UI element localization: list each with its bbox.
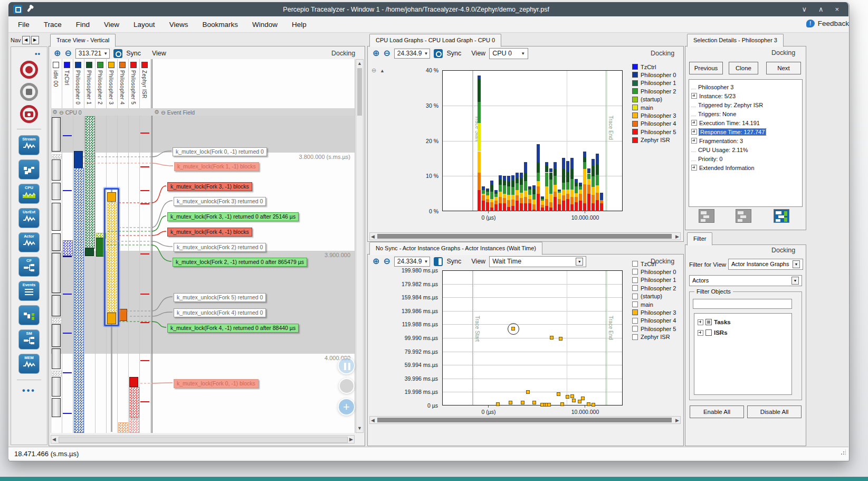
- column-swatch-philosopher-4[interactable]: [119, 62, 126, 68]
- cpu-load-bar-segment[interactable]: [541, 201, 544, 205]
- sidebar-item-actor-graph-view[interactable]: Actor: [18, 232, 40, 252]
- cpu-load-bar-segment[interactable]: [558, 199, 561, 204]
- cpu-load-bar-segment[interactable]: [528, 199, 531, 203]
- selection-tree-item[interactable]: Response Time: 127.747: [691, 127, 766, 136]
- legend-checkbox-main[interactable]: main: [632, 300, 653, 308]
- cpu-load-bar-segment[interactable]: [486, 188, 489, 190]
- cpu-load-bar-segment[interactable]: [554, 192, 557, 197]
- cpu-load-bar-segment[interactable]: [494, 190, 498, 192]
- cpu-load-bar-segment[interactable]: [592, 203, 595, 211]
- idle-exec-block[interactable]: [52, 159, 61, 181]
- scroll-thumb[interactable]: [59, 437, 348, 443]
- tab-trace-view[interactable]: Trace View - Vertical: [50, 34, 116, 47]
- trace-event-tick[interactable]: [140, 166, 149, 167]
- cpu-load-bar-segment[interactable]: [566, 199, 569, 211]
- actor-ready-block[interactable]: [74, 168, 84, 433]
- idle-exec-block[interactable]: [52, 398, 61, 417]
- actor-horizontal-scrollbar[interactable]: ◀▶: [369, 416, 681, 424]
- cpu-view-menu[interactable]: View: [471, 50, 485, 57]
- legend-checkbox-philosopher-1[interactable]: Philosopher 1: [632, 276, 676, 284]
- legend-item-philosopher-0[interactable]: Philosopher 0: [632, 71, 676, 79]
- cpu-load-bar-segment[interactable]: [558, 204, 561, 211]
- column-swatch-philosopher-0[interactable]: [75, 62, 81, 68]
- zoom-in-icon[interactable]: ⊕: [373, 49, 379, 58]
- resize-grip[interactable]: [841, 450, 846, 455]
- event-label[interactable]: k_mutex_unlock(Fork 5) returned 0: [174, 293, 266, 302]
- cpu-load-bar-segment[interactable]: [482, 186, 485, 190]
- close-button[interactable]: ×: [835, 5, 839, 13]
- legend-item-main[interactable]: main: [632, 103, 653, 111]
- cpu-load-bar-segment[interactable]: [520, 193, 523, 197]
- cpu-load-bar-segment[interactable]: [528, 186, 531, 187]
- cpu-load-bar-segment[interactable]: [562, 201, 565, 211]
- cpu-load-bar-segment[interactable]: [511, 175, 514, 181]
- cpu-load-bar-segment[interactable]: [545, 165, 548, 172]
- cpu-load-bar-segment[interactable]: [516, 183, 519, 190]
- trace-nav-button-3[interactable]: +: [338, 398, 355, 416]
- cpu-load-bar-segment[interactable]: [499, 180, 502, 185]
- cpu-load-bar-segment[interactable]: [524, 181, 527, 191]
- cpu-load-bar-segment[interactable]: [499, 197, 502, 203]
- cpu-load-bar-segment[interactable]: [511, 195, 514, 200]
- cpu-load-bar-segment[interactable]: [478, 123, 481, 151]
- no-sync-icon[interactable]: [434, 257, 443, 266]
- cpu-load-bar-segment[interactable]: [596, 164, 599, 175]
- actor-ready-block[interactable]: [85, 116, 95, 249]
- menu-views[interactable]: Views: [169, 21, 188, 29]
- cpu-load-bar-segment[interactable]: [554, 162, 557, 169]
- collapse-icon[interactable]: ⊖: [59, 109, 64, 116]
- gear-icon[interactable]: ⚙: [52, 109, 58, 116]
- wait-time-point[interactable]: [578, 400, 581, 403]
- actor-sync-label[interactable]: Sync: [446, 258, 461, 265]
- legend-item-philosopher-5[interactable]: Philosopher 5: [632, 128, 676, 136]
- menu-file[interactable]: File: [18, 21, 30, 29]
- cpu-load-bar-segment[interactable]: [570, 168, 574, 179]
- cpu-load-bar-segment[interactable]: [503, 203, 506, 211]
- tab-actor-instances[interactable]: No Sync - Actor Instance Graphs - Actor …: [369, 242, 542, 255]
- actor-ready-block[interactable]: [63, 240, 73, 256]
- event-label[interactable]: k_mutex_lock(Fork 1, -1) blocks: [174, 162, 259, 171]
- legend-item-philosopher-1[interactable]: Philosopher 1: [632, 79, 676, 87]
- legend-checkbox-tzctrl[interactable]: TzCtrl: [632, 260, 656, 268]
- cpu-load-bar-segment[interactable]: [520, 203, 523, 211]
- cpu-load-bar-segment[interactable]: [494, 201, 498, 204]
- scroll-right-arrow[interactable]: ▶: [349, 436, 353, 443]
- cpu-load-bar-segment[interactable]: [558, 191, 561, 193]
- cpu-scroll-up-icon[interactable]: ▲: [380, 68, 385, 73]
- disable-all-button[interactable]: Disable All: [747, 405, 802, 418]
- actor-exec-block[interactable]: [85, 248, 94, 256]
- cpu-load-bar-segment[interactable]: [520, 178, 523, 185]
- cpu-load-bar-segment[interactable]: [507, 176, 510, 181]
- cpu-load-bar-segment[interactable]: [482, 194, 485, 195]
- wait-time-point[interactable]: [566, 395, 569, 399]
- cpu-load-bar-segment[interactable]: [537, 162, 540, 173]
- actor-exec-block[interactable]: [74, 151, 83, 168]
- cpu-load-bar-segment[interactable]: [503, 180, 506, 185]
- event-label[interactable]: k_mutex_lock(Fork 4, -1) returned 0 afte…: [167, 324, 299, 333]
- trace-docking-label[interactable]: Docking: [331, 50, 355, 57]
- idle-exec-block[interactable]: [52, 233, 61, 251]
- wait-time-point[interactable]: [559, 337, 562, 341]
- idle-ready-block[interactable]: [52, 154, 62, 159]
- event-label[interactable]: k_mutex_lock(Fork 0, -1) returned 0: [173, 147, 267, 156]
- sync-icon[interactable]: [434, 49, 443, 58]
- stop-button-icon[interactable]: [20, 83, 38, 101]
- cpu-load-bar-segment[interactable]: [575, 183, 578, 186]
- selection-tree[interactable]: Philosopher 3Instance: 5/23Triggered by:…: [691, 82, 766, 172]
- menu-layout[interactable]: Layout: [133, 21, 155, 29]
- sidebar-item-communication-flow-view[interactable]: CF: [18, 257, 40, 277]
- idle-exec-block[interactable]: [52, 377, 61, 397]
- idle-ready-block[interactable]: [52, 318, 62, 324]
- cpu-load-bar-segment[interactable]: [592, 166, 595, 176]
- cpu-load-bar-segment[interactable]: [545, 173, 548, 187]
- menu-trace[interactable]: Trace: [44, 21, 62, 29]
- cpu-load-bar-segment[interactable]: [583, 184, 586, 204]
- scroll-up-arrow[interactable]: ▲: [356, 60, 363, 67]
- cpu-load-bar-segment[interactable]: [541, 196, 544, 197]
- idle-exec-block[interactable]: [52, 253, 61, 293]
- cpu-load-bar-segment[interactable]: [528, 195, 531, 199]
- sidebar-item-state-machine-view[interactable]: SM: [18, 329, 40, 350]
- cpu-load-bar-segment[interactable]: [528, 203, 531, 211]
- cpu-load-bar-segment[interactable]: [579, 201, 582, 211]
- zoom-in-icon[interactable]: ⊕: [54, 49, 61, 58]
